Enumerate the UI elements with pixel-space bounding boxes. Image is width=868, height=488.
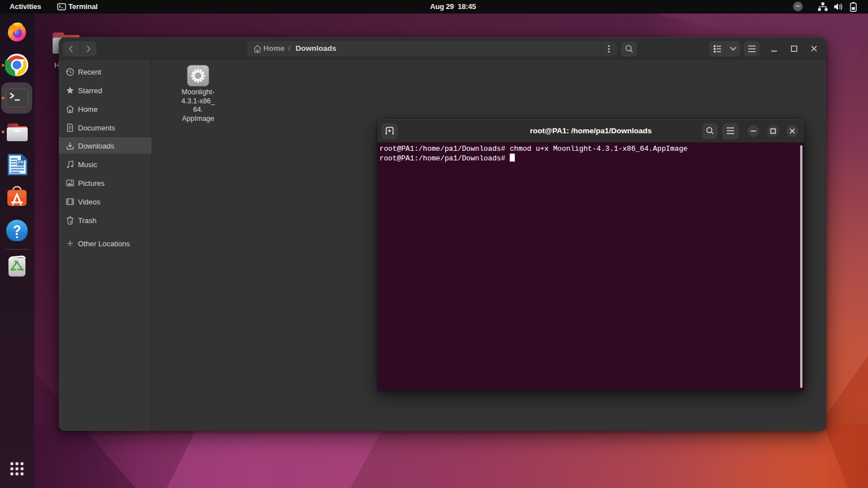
svg-text:?: ? [13, 223, 21, 238]
